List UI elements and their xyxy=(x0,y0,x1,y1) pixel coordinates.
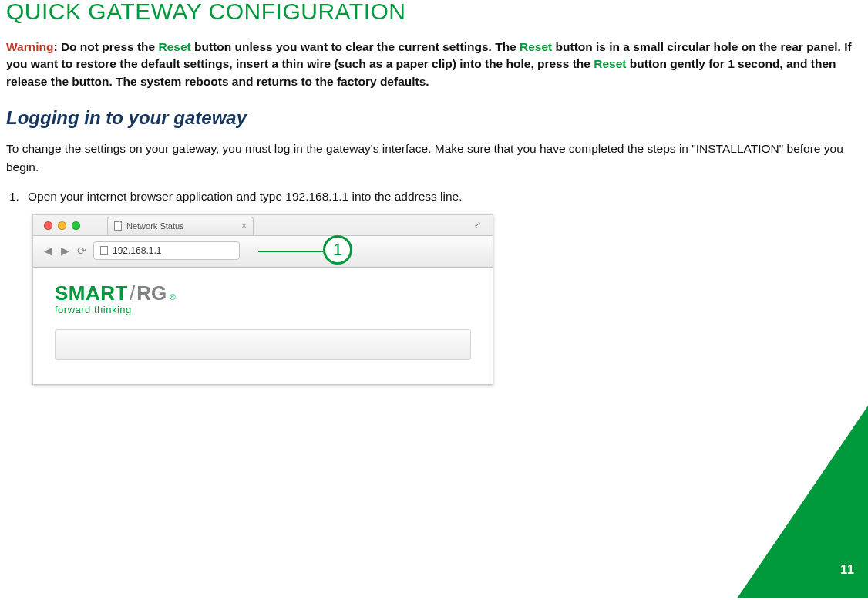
section-heading: Logging in to your gateway xyxy=(6,107,868,129)
warning-paragraph: Warning: Do not press the Reset button u… xyxy=(6,39,858,90)
site-icon xyxy=(100,246,108,255)
browser-tab[interactable]: Network Status × xyxy=(107,217,254,235)
reset-mention-3: Reset xyxy=(594,57,626,70)
forward-icon[interactable]: ▶ xyxy=(59,245,70,256)
back-icon[interactable]: ◀ xyxy=(42,245,53,256)
browser-content: SMART/RG® forward thinking xyxy=(33,268,493,384)
callout-connector xyxy=(258,251,325,252)
window-controls xyxy=(44,221,80,230)
steps-list: 1.Open your internet browser application… xyxy=(6,190,868,204)
close-window-icon[interactable] xyxy=(44,221,52,230)
browser-chrome: Network Status × ⤢ ◀ ▶ ⟳ 192.168.1.1 xyxy=(33,215,493,268)
step-text: Open your internet browser application a… xyxy=(28,190,463,203)
brand-tagline: forward thinking xyxy=(55,304,471,315)
browser-screenshot: Network Status × ⤢ ◀ ▶ ⟳ 192.168.1.1 SMA… xyxy=(32,214,493,385)
minimize-window-icon[interactable] xyxy=(58,221,66,230)
logo-smart: SMART xyxy=(55,281,128,305)
content-panel xyxy=(55,329,471,360)
address-text: 192.168.1.1 xyxy=(113,245,161,256)
callout-badge: 1 xyxy=(323,235,352,265)
logo-rg: RG xyxy=(136,281,167,305)
reset-mention-1: Reset xyxy=(159,40,191,53)
page-title: QUICK GATEWAY CONFIGURATION xyxy=(6,0,868,25)
brand-logo: SMART/RG® xyxy=(55,281,471,305)
reset-mention-2: Reset xyxy=(520,40,552,53)
warning-label: Warning xyxy=(6,40,53,53)
warning-text-1: : Do not press the xyxy=(53,40,158,53)
tab-title: Network Status xyxy=(126,221,184,231)
intro-text: To change the settings on your gateway, … xyxy=(6,140,858,176)
close-tab-icon[interactable]: × xyxy=(241,221,247,231)
maximize-window-icon[interactable] xyxy=(72,221,80,230)
step-1: 1.Open your internet browser application… xyxy=(28,190,868,204)
logo-registered-icon: ® xyxy=(170,293,175,302)
step-number: 1. xyxy=(9,190,28,204)
address-bar[interactable]: 192.168.1.1 xyxy=(93,241,240,260)
reload-icon[interactable]: ⟳ xyxy=(76,245,87,256)
expand-icon[interactable]: ⤢ xyxy=(474,220,483,229)
page-icon xyxy=(114,221,122,231)
page-number: 11 xyxy=(840,563,854,577)
logo-slash: / xyxy=(130,281,135,305)
warning-text-2: button unless you want to clear the curr… xyxy=(191,40,520,53)
